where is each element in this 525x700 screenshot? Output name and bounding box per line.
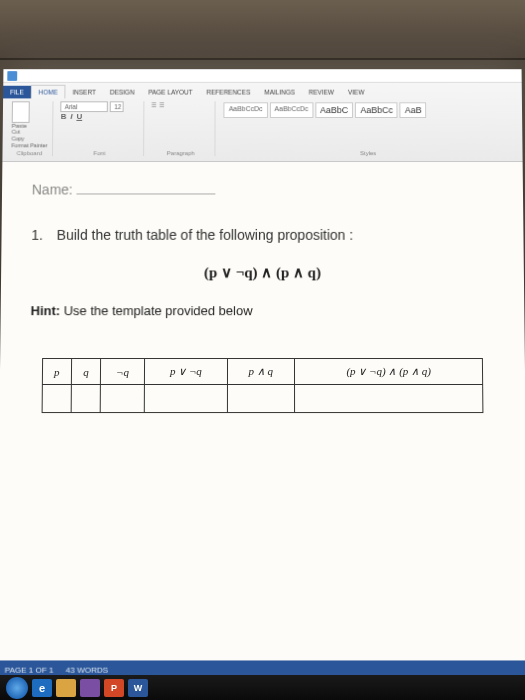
- projected-screen: FILE HOME INSERT DESIGN PAGE LAYOUT REFE…: [0, 69, 525, 679]
- tab-references[interactable]: REFERENCES: [200, 86, 258, 99]
- status-page[interactable]: PAGE 1 OF 1: [5, 665, 54, 674]
- truth-table: p q ¬q p ∨ ¬q p ∧ q (p ∨ ¬q) ∧ (p ∧ q): [41, 358, 484, 413]
- cell: [100, 385, 144, 413]
- question-text: Build the truth table of the following p…: [57, 227, 353, 243]
- word-taskbar-icon[interactable]: W: [128, 679, 148, 697]
- cell: [144, 385, 227, 413]
- start-button[interactable]: [6, 677, 28, 699]
- col-notq: ¬q: [100, 359, 144, 385]
- style-nospacing[interactable]: AaBbCcDc: [270, 102, 314, 118]
- name-label: Name:: [32, 182, 73, 198]
- col-p: p: [42, 359, 71, 385]
- tab-mailings[interactable]: MAILINGS: [257, 86, 302, 99]
- styles-group: AaBbCcDc AaBbCcDc AaBbC AaBbCc AaB Style…: [218, 101, 519, 156]
- hint-line: Hint: Use the template provided below: [31, 303, 495, 318]
- ribbon-tabs: FILE HOME INSERT DESIGN PAGE LAYOUT REFE…: [3, 83, 522, 99]
- font-label: Font: [60, 150, 138, 156]
- col-p-or-notq: p ∨ ¬q: [145, 359, 227, 385]
- table-header-row: p q ¬q p ∨ ¬q p ∧ q (p ∨ ¬q) ∧ (p ∧ q): [42, 359, 483, 385]
- libraries-icon[interactable]: [80, 679, 100, 697]
- hint-label: Hint:: [31, 303, 61, 318]
- hint-text: Use the template provided below: [64, 303, 253, 318]
- clipboard-group: Paste Cut Copy Format Painter Clipboard: [6, 101, 53, 156]
- tab-page-layout[interactable]: PAGE LAYOUT: [141, 86, 199, 99]
- clipboard-label: Clipboard: [11, 150, 47, 156]
- cell: [295, 385, 484, 413]
- ie-icon[interactable]: e: [32, 679, 52, 697]
- bullet-list-icon[interactable]: ☰: [152, 101, 157, 108]
- paragraph-label: Paragraph: [151, 150, 209, 156]
- tab-view[interactable]: VIEW: [341, 86, 371, 99]
- ribbon-content: Paste Cut Copy Format Painter Clipboard …: [2, 98, 522, 159]
- bold-button[interactable]: B: [61, 112, 67, 121]
- copy-button[interactable]: Copy: [12, 136, 48, 143]
- cell: [71, 385, 100, 413]
- font-group: Arial 12 B I U Font: [55, 101, 144, 156]
- ribbon: FILE HOME INSERT DESIGN PAGE LAYOUT REFE…: [2, 69, 522, 162]
- style-heading1[interactable]: AaBbC: [315, 102, 353, 118]
- ceiling: [0, 0, 525, 60]
- paste-icon[interactable]: [12, 101, 30, 122]
- proposition-formula: (p ∨ ¬q) ∧ (p ∧ q): [31, 264, 494, 282]
- question-1: 1. Build the truth table of the followin…: [31, 225, 493, 246]
- style-heading2[interactable]: AaBbCc: [355, 102, 398, 118]
- question-number: 1.: [31, 227, 43, 243]
- word-app-icon: [7, 71, 17, 81]
- underline-button[interactable]: U: [76, 112, 82, 121]
- powerpoint-icon[interactable]: P: [104, 679, 124, 697]
- cut-button[interactable]: Cut: [12, 129, 48, 136]
- cell: [42, 385, 71, 413]
- style-title[interactable]: AaB: [400, 102, 427, 118]
- tab-insert[interactable]: INSERT: [66, 86, 103, 99]
- title-bar: [3, 69, 521, 83]
- name-field-row: Name:: [32, 182, 493, 198]
- font-name-select[interactable]: Arial: [61, 101, 109, 112]
- style-normal[interactable]: AaBbCcDc: [224, 102, 268, 118]
- col-p-and-q: p ∧ q: [227, 359, 294, 385]
- font-size-select[interactable]: 12: [110, 101, 124, 112]
- table-row: [42, 385, 484, 413]
- tab-file[interactable]: FILE: [3, 86, 31, 99]
- status-words[interactable]: 43 WORDS: [66, 665, 108, 674]
- document-body[interactable]: Name: 1. Build the truth table of the fo…: [0, 162, 525, 660]
- name-underline: [77, 183, 216, 195]
- tab-design[interactable]: DESIGN: [103, 86, 142, 99]
- col-q: q: [71, 359, 100, 385]
- number-list-icon[interactable]: ☰: [160, 101, 165, 108]
- paragraph-group: ☰ ☰ Paragraph: [146, 101, 215, 156]
- col-full: (p ∨ ¬q) ∧ (p ∧ q): [294, 359, 483, 385]
- tab-home[interactable]: HOME: [31, 85, 66, 99]
- cell: [227, 385, 295, 413]
- tab-review[interactable]: REVIEW: [302, 86, 341, 99]
- italic-button[interactable]: I: [70, 112, 72, 121]
- styles-label: Styles: [223, 150, 514, 156]
- windows-taskbar: e P W: [0, 675, 525, 700]
- format-painter-button[interactable]: Format Painter: [11, 143, 47, 150]
- explorer-icon[interactable]: [56, 679, 76, 697]
